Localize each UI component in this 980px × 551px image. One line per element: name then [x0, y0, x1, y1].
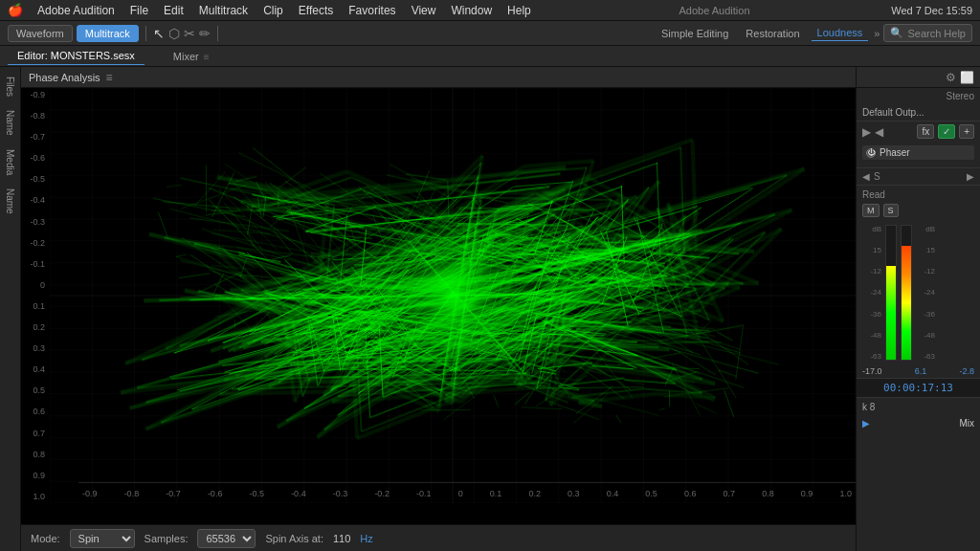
workspace-btns: Simple Editing Restoration Loudness » — [656, 25, 880, 41]
spin-axis-unit: Hz — [360, 533, 372, 544]
track-b-row: k 8 — [857, 397, 980, 416]
phase-menu-icon[interactable]: ≡ — [106, 71, 113, 84]
effect-power-phaser[interactable]: ⏻ — [866, 148, 876, 158]
db-scale-right-12: -12 — [916, 267, 935, 276]
menu-effects[interactable]: Effects — [292, 2, 340, 19]
fx-button[interactable]: fx — [917, 124, 934, 139]
fx-add-button[interactable]: + — [959, 124, 974, 139]
y-label-3: -0.6 — [23, 153, 48, 163]
settings-icon[interactable]: ⚙ — [946, 71, 956, 84]
menu-multitrack[interactable]: Multitrack — [192, 2, 255, 19]
y-label-0: -0.9 — [23, 90, 48, 99]
meter-bar-wrap-right — [901, 225, 912, 361]
cut-tool-icon[interactable]: ✂ — [184, 26, 195, 41]
input-arrow-icon[interactable]: ▶ — [862, 125, 871, 139]
x-label-1: -0.8 — [124, 489, 140, 498]
samples-select[interactable]: 65536 32768 16384 — [197, 529, 256, 548]
mix-arrow-icon[interactable]: ▶ — [862, 418, 870, 429]
y-label-16: 0.7 — [23, 429, 48, 438]
db-value-main: -17.0 — [862, 366, 882, 376]
menu-help[interactable]: Help — [501, 2, 538, 19]
meters-container: dB 15 -12 -24 -36 -48 -63 dB 15 — [857, 221, 980, 364]
phase-display: -0.9 -0.8 -0.7 -0.6 -0.5 -0.4 -0.3 -0.2 … — [21, 88, 856, 524]
x-label-6: -0.3 — [333, 489, 348, 498]
read-label: Read — [862, 189, 974, 200]
right-panel-top: ⚙ ⬜ — [857, 67, 980, 88]
mixer-tab[interactable]: Mixer ≡ — [164, 48, 219, 65]
marquee-tool-icon[interactable]: ⬡ — [168, 26, 180, 41]
menu-clip[interactable]: Clip — [256, 2, 290, 19]
read-section: Read M S — [857, 185, 980, 221]
toolbar: Waveform Multitrack ↖ ⬡ ✂ ✏ Simple Editi… — [0, 21, 980, 46]
left-sidebar: Files Name Media Name — [0, 67, 21, 551]
apple-menu[interactable]: 🍎 — [8, 3, 23, 17]
menu-favorites[interactable]: Favorites — [342, 2, 402, 19]
content-area: Phase Analysis ≡ -0.9 -0.8 -0.7 -0.6 -0.… — [21, 67, 856, 551]
meter-scale-left: dB 15 -12 -24 -36 -48 -63 — [862, 225, 881, 361]
sidebar-tab-name-1[interactable]: Name — [3, 104, 17, 142]
db-scale-right-top: dB — [916, 225, 935, 233]
stereo-label: Stereo — [857, 88, 980, 104]
effect-name-phaser: Phaser — [880, 147, 910, 158]
send-arrow-right[interactable]: ▶ — [967, 171, 974, 182]
meter-bar-right — [902, 246, 911, 360]
y-label-14: 0.5 — [23, 386, 48, 395]
x-label-19: 1.0 — [839, 489, 852, 498]
send-label: S — [874, 171, 880, 182]
main-area: Files Name Media Name Phase Analysis ≡ -… — [0, 67, 980, 551]
solo-button[interactable]: S — [883, 204, 899, 217]
menu-window[interactable]: Window — [444, 2, 499, 19]
waveform-btn[interactable]: Waveform — [8, 25, 73, 42]
ws-simple-editing[interactable]: Simple Editing — [656, 26, 734, 41]
select-tool-icon[interactable]: ↖ — [153, 26, 165, 41]
mix-row: ▶ Mix — [857, 416, 980, 430]
y-label-19: 1.0 — [23, 492, 48, 501]
sidebar-tab-name-2[interactable]: Name — [3, 183, 17, 220]
output-arrow-icon[interactable]: ◀ — [875, 125, 883, 139]
meter-bar-wrap-left — [885, 225, 897, 361]
y-label-18: 0.9 — [23, 471, 48, 480]
phase-canvas — [50, 88, 856, 503]
bottom-controls: Mode: Spin Original Samples: 65536 32768… — [21, 524, 856, 551]
mute-button[interactable]: M — [862, 204, 880, 217]
menu-view[interactable]: View — [405, 2, 443, 19]
fx-active-button[interactable]: ✓ — [938, 124, 955, 139]
maximize-icon[interactable]: ⬜ — [960, 71, 974, 84]
x-label-2: -0.7 — [166, 489, 181, 498]
x-label-15: 0.6 — [684, 489, 697, 498]
menu-audition[interactable]: Adobe Audition — [31, 2, 122, 19]
mixer-menu-icon[interactable]: ≡ — [204, 52, 210, 62]
y-label-11: 0.2 — [23, 322, 48, 332]
menu-edit[interactable]: Edit — [157, 2, 190, 19]
send-arrow-left[interactable]: ◀ — [862, 171, 870, 182]
x-label-0: -0.9 — [82, 489, 98, 498]
fx-row: ▶ ◀ fx ✓ + — [857, 121, 980, 142]
db-scale-top: dB — [862, 225, 881, 233]
db-scale-right-48: -48 — [916, 331, 935, 340]
pencil-tool-icon[interactable]: ✏ — [199, 26, 211, 41]
time-display: 00:00:17:13 — [857, 378, 980, 397]
ws-restoration[interactable]: Restoration — [740, 26, 805, 41]
multitrack-btn[interactable]: Multitrack — [77, 25, 139, 42]
x-label-17: 0.8 — [762, 489, 774, 498]
x-label-11: 0.2 — [528, 489, 541, 498]
more-workspaces-icon[interactable]: » — [874, 28, 880, 39]
db-value-row: -17.0 6.1 -2.8 — [857, 364, 980, 378]
sidebar-tab-media[interactable]: Media — [3, 143, 17, 181]
menu-file[interactable]: File — [123, 2, 155, 19]
y-label-4: -0.5 — [23, 174, 48, 184]
send-return-row: ◀ S ▶ — [857, 167, 980, 185]
right-panel: ⚙ ⬜ Stereo Default Outp... ▶ ◀ fx ✓ + ⏻ … — [856, 67, 980, 551]
db-scale-12: -12 — [862, 267, 881, 276]
search-help-label[interactable]: Search Help — [907, 28, 966, 39]
x-label-14: 0.5 — [645, 489, 657, 498]
mode-select[interactable]: Spin Original — [70, 529, 135, 548]
ws-loudness[interactable]: Loudness — [812, 25, 869, 41]
search-help-box[interactable]: 🔍 Search Help — [883, 24, 972, 42]
meter-left — [885, 225, 897, 361]
output-label: Default Outp... — [857, 104, 980, 121]
spin-axis-value: 110 — [333, 533, 350, 544]
sidebar-tab-files[interactable]: Files — [3, 71, 17, 102]
editor-tab-monsters[interactable]: Editor: MONSTERS.sesx — [8, 47, 145, 65]
effect-item-phaser: ⏻ Phaser — [862, 145, 974, 160]
